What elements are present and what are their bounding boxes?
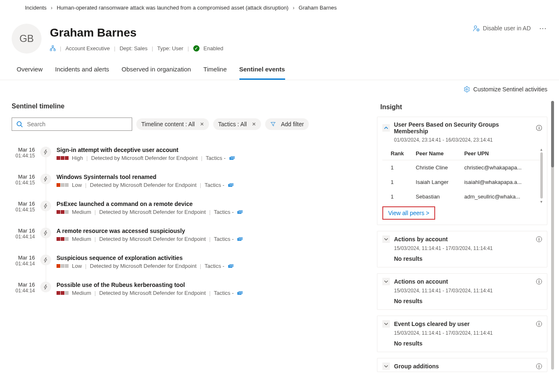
tab-sentinel-events[interactable]: Sentinel events xyxy=(239,60,285,80)
tactic-icon xyxy=(229,156,236,161)
table-row[interactable]: 1 Christie Cline christiec@whakapapa... xyxy=(382,160,542,175)
chevron-right-icon: › xyxy=(293,5,294,11)
add-filter-button[interactable]: Add filter xyxy=(265,118,309,130)
timeline-event-title[interactable]: Windows Sysinternals tool renamed xyxy=(57,174,369,180)
severity-indicator xyxy=(57,210,69,214)
panel-header[interactable]: Actions by account i xyxy=(377,231,547,245)
info-icon[interactable]: i xyxy=(536,279,542,284)
tactic-icon xyxy=(228,183,234,188)
disable-user-button[interactable]: Disable user in AD xyxy=(473,25,531,32)
breadcrumb-item[interactable]: Human-operated ransomware attack was lau… xyxy=(57,5,288,11)
table-row[interactable]: 1 Isaiah Langer isaiahl@whakapapa.a... xyxy=(382,175,542,189)
chevron-down-icon xyxy=(382,320,390,328)
page-header: GB Graham Barnes | Account Executive | D… xyxy=(0,15,559,60)
lightning-icon xyxy=(40,228,51,238)
add-filter-label: Add filter xyxy=(281,121,304,127)
tactic-icon xyxy=(237,291,244,296)
breadcrumb-item[interactable]: Incidents xyxy=(25,5,47,11)
avatar: GB xyxy=(12,24,42,54)
panel-title: Group additions xyxy=(394,363,439,370)
filter-tactics[interactable]: Tactics : All ✕ xyxy=(213,118,261,130)
severity-indicator xyxy=(57,264,69,268)
customize-activities-button[interactable]: Customize Sentinel activities xyxy=(473,86,547,93)
svg-rect-9 xyxy=(231,156,235,159)
panel-header[interactable]: Actions on account i xyxy=(377,274,547,287)
chevron-down-icon xyxy=(382,278,390,285)
tabs: Overview Incidents and alerts Observed i… xyxy=(0,60,559,80)
close-icon[interactable]: ✕ xyxy=(252,121,256,127)
detection-source: Detected by Microsoft Defender for Endpo… xyxy=(91,155,198,161)
no-results-label: No results xyxy=(382,298,542,304)
insight-panel-peers: User Peers Based on Security Groups Memb… xyxy=(377,117,547,225)
detection-source: Detected by Microsoft Defender for Endpo… xyxy=(99,236,206,242)
timeline-timestamp: Mar 1601:44:14 xyxy=(12,282,35,296)
severity-label: Medium xyxy=(72,236,91,242)
svg-rect-11 xyxy=(229,183,234,186)
more-button[interactable]: ⋯ xyxy=(539,24,547,33)
tactics-label: Tactics - xyxy=(204,263,224,269)
close-icon[interactable]: ✕ xyxy=(200,121,204,127)
chevron-down-icon: ▾ xyxy=(540,199,543,204)
panel-header[interactable]: Group additions i xyxy=(377,358,547,372)
user-status: Enabled xyxy=(204,45,224,51)
severity-indicator xyxy=(57,291,69,295)
search-field[interactable] xyxy=(26,120,128,128)
panel-header[interactable]: Event Logs cleared by user i xyxy=(377,316,547,329)
detection-source: Detected by Microsoft Defender for Endpo… xyxy=(90,182,197,188)
chevron-up-icon xyxy=(382,124,390,132)
gear-icon xyxy=(463,86,470,93)
svg-line-7 xyxy=(21,125,22,127)
svg-point-3 xyxy=(474,26,477,28)
scrollbar[interactable]: ▴ ▾ xyxy=(540,147,543,204)
timeline-event-title[interactable]: Suspicious sequence of exploration activ… xyxy=(57,255,369,261)
timeline-item: Mar 1601:44:15 PsExec launched a command… xyxy=(12,197,369,224)
breadcrumb-item[interactable]: Graham Barnes xyxy=(299,5,337,11)
timeline-item: Mar 1601:44:15 Sign-in attempt with dece… xyxy=(12,143,369,170)
tactics-label: Tactics - xyxy=(214,209,234,215)
search-icon xyxy=(16,121,23,127)
svg-point-5 xyxy=(478,29,478,30)
table-row[interactable]: 1 Sebastian adm_seullric@whaka... xyxy=(382,189,542,204)
view-all-peers-link[interactable]: View all peers > xyxy=(382,206,435,220)
detection-source: Detected by Microsoft Defender for Endpo… xyxy=(90,263,197,269)
info-icon[interactable]: i xyxy=(536,363,542,369)
timeline-list: Mar 1601:44:15 Sign-in attempt with dece… xyxy=(12,143,369,305)
insight-panel: Group additions i xyxy=(377,358,547,372)
tactics-label: Tactics - xyxy=(206,155,226,161)
tab-overview[interactable]: Overview xyxy=(17,60,43,80)
chevron-down-icon xyxy=(382,363,390,370)
svg-rect-13 xyxy=(239,210,243,213)
timeline-event-title[interactable]: Sign-in attempt with deceptive user acco… xyxy=(57,147,369,153)
timeline-item: Mar 1601:44:14 Possible use of the Rubeu… xyxy=(12,278,369,305)
timeline-event-title[interactable]: A remote resource was accessed suspiciou… xyxy=(57,228,369,234)
tab-incidents-alerts[interactable]: Incidents and alerts xyxy=(55,60,109,80)
filter-timeline-content[interactable]: Timeline content : All ✕ xyxy=(136,118,209,130)
search-input[interactable] xyxy=(12,118,132,131)
info-icon[interactable]: i xyxy=(536,321,542,327)
filter-label: Timeline content : All xyxy=(141,121,195,127)
timeline-item: Mar 1601:44:14 Suspicious sequence of ex… xyxy=(12,251,369,278)
timeline-event-title[interactable]: Possible use of the Rubeus kerberoasting… xyxy=(57,282,369,288)
lightning-icon xyxy=(40,282,51,292)
org-chart-icon xyxy=(50,45,56,51)
panel-date-range: 15/03/2024, 11:14:41 - 17/03/2024, 11:14… xyxy=(377,287,547,298)
scrollbar[interactable] xyxy=(551,101,554,370)
panel-header[interactable]: User Peers Based on Security Groups Memb… xyxy=(377,117,547,136)
panel-date-range: 15/03/2024, 11:14:41 - 17/03/2024, 11:14… xyxy=(377,245,547,255)
table-header: Rank xyxy=(382,147,413,160)
panel-title: Event Logs cleared by user xyxy=(394,321,470,327)
tab-observed[interactable]: Observed in organization xyxy=(122,60,191,80)
tactics-label: Tactics - xyxy=(204,182,224,188)
svg-rect-2 xyxy=(54,49,56,51)
insight-panel: Actions on account i 15/03/2024, 11:14:4… xyxy=(377,273,547,310)
tab-timeline[interactable]: Timeline xyxy=(203,60,227,80)
info-icon[interactable]: i xyxy=(536,236,542,242)
chevron-right-icon: › xyxy=(51,5,52,11)
timeline-item: Mar 1601:44:14 A remote resource was acc… xyxy=(12,224,369,251)
severity-label: High xyxy=(72,155,83,161)
severity-label: Medium xyxy=(72,209,91,215)
info-icon[interactable]: i xyxy=(536,125,542,131)
sentinel-timeline-title: Sentinel timeline xyxy=(12,103,369,110)
timeline-event-title[interactable]: PsExec launched a command on a remote de… xyxy=(57,201,369,207)
detection-source: Detected by Microsoft Defender for Endpo… xyxy=(99,290,206,296)
